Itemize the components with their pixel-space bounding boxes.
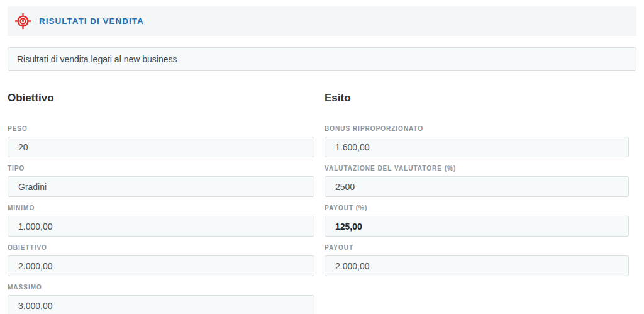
field-payout-percent: PAYOUT (%)	[325, 205, 629, 237]
field-label: MASSIMO	[8, 284, 314, 291]
field-tipo: TIPO	[8, 165, 314, 197]
field-label: PESO	[8, 125, 314, 133]
field-label: BONUS RIPROPORZIONATO	[325, 125, 629, 133]
page: RISULTATI DI VENDITA Obiettivo PESO TIPO…	[0, 0, 644, 314]
payout-percent-input[interactable]	[325, 216, 629, 237]
peso-input[interactable]	[8, 137, 314, 157]
field-massimo: MASSIMO	[8, 284, 314, 314]
bonus-riproporzionato-input[interactable]	[325, 137, 629, 157]
field-label: PAYOUT (%)	[325, 205, 629, 212]
massimo-input[interactable]	[8, 295, 314, 314]
valutazione-valutatore-input[interactable]	[325, 176, 629, 197]
field-label: VALUTAZIONE DEL VALUTATORE (%)	[325, 165, 629, 172]
column-outcome: Esito BONUS RIPROPORZIONATO VALUTAZIONE …	[325, 92, 629, 314]
field-label: OBIETTIVO	[8, 244, 314, 252]
field-obiettivo: OBIETTIVO	[8, 244, 314, 276]
column-objective: Obiettivo PESO TIPO MINIMO OBIETTIVO MAS…	[8, 92, 314, 314]
section-title: RISULTATI DI VENDITA	[39, 16, 144, 26]
form-columns: Obiettivo PESO TIPO MINIMO OBIETTIVO MAS…	[8, 92, 636, 314]
field-bonus-riproporzionato: BONUS RIPROPORZIONATO	[325, 125, 629, 157]
payout-input[interactable]	[325, 255, 629, 276]
field-label: PAYOUT	[325, 244, 629, 252]
description-input[interactable]	[8, 47, 636, 71]
tipo-input[interactable]	[8, 176, 314, 197]
column-heading-objective: Obiettivo	[8, 92, 314, 104]
obiettivo-input[interactable]	[8, 255, 314, 276]
section-header: RISULTATI DI VENDITA	[8, 6, 636, 36]
field-valutazione-valutatore: VALUTAZIONE DEL VALUTATORE (%)	[325, 165, 629, 197]
field-label: MINIMO	[8, 205, 314, 212]
field-minimo: MINIMO	[8, 205, 314, 237]
field-label: TIPO	[8, 165, 314, 172]
field-peso: PESO	[8, 125, 314, 157]
minimo-input[interactable]	[8, 216, 314, 237]
column-heading-outcome: Esito	[325, 92, 629, 104]
field-payout: PAYOUT	[325, 244, 629, 276]
target-icon	[15, 13, 31, 29]
